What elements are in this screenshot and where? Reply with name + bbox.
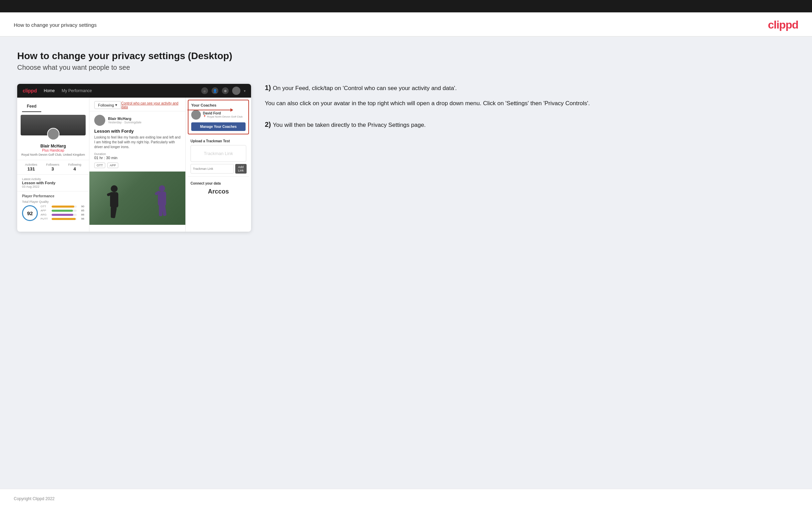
instruction-1-body: On your Feed, click/tap on 'Control who …	[273, 85, 457, 91]
coach-avatar	[191, 110, 201, 120]
top-bar	[0, 0, 812, 12]
site-footer: Copyright Clippd 2022	[0, 489, 812, 507]
quality-label: Total Player Quality	[22, 200, 84, 203]
instruction-1-detail: You can also click on your avatar in the…	[265, 99, 795, 108]
bar-ott: OTT 90	[41, 205, 84, 208]
app-right-panel: Your Coaches David Ford 📍 Royal North De…	[186, 98, 251, 232]
coach-name: David Ford	[203, 111, 242, 115]
post-tags: OTT APP	[94, 163, 181, 168]
following-chevron: ▾	[115, 103, 117, 107]
profile-club: Royal North Devon Golf Club, United King…	[21, 153, 86, 156]
latest-activity-label: Latest Activity	[22, 177, 84, 181]
tag-ott: OTT	[94, 163, 105, 168]
post-description: Looking to feel like my hands are exitin…	[94, 135, 181, 150]
stat-followers-label: Followers	[46, 163, 59, 166]
coach-item: David Ford 📍 Royal North Devon Golf Club	[191, 110, 246, 120]
svg-rect-9	[162, 205, 166, 216]
profile-stats: Activities 131 Followers 3 Following 4	[17, 160, 89, 174]
stat-followers-value: 3	[46, 166, 59, 172]
quality-score: 92	[22, 205, 38, 221]
trackman-add-button[interactable]: Add Link	[235, 164, 247, 174]
profile-info: Blair McHarg Plus Handicap Royal North D…	[17, 142, 89, 158]
stat-following-label: Following	[68, 163, 81, 166]
page-title: How to change your privacy settings	[14, 22, 97, 28]
duration-value: 01 hr : 30 min	[94, 156, 181, 160]
following-label: Following	[98, 103, 114, 107]
instruction-1: 1) On your Feed, click/tap on 'Control w…	[265, 84, 795, 108]
content-row: clippd Home My Performance ⌕ 👤 ⊕ ▾ Feed	[17, 84, 795, 232]
instruction-2: 2) You will then be taken directly to th…	[265, 121, 795, 130]
trackman-input-row: Add Link	[191, 164, 246, 174]
instruction-2-text: 2) You will then be taken directly to th…	[265, 121, 795, 130]
post-author-meta: Yesterday · Sunningdale	[108, 121, 141, 124]
person-icon[interactable]: 👤	[212, 87, 218, 94]
app-nav: clippd Home My Performance ⌕ 👤 ⊕ ▾	[17, 84, 251, 98]
search-icon[interactable]: ⌕	[201, 87, 208, 94]
player-performance: Player Performance Total Player Quality …	[17, 191, 89, 224]
app-nav-right: ⌕ 👤 ⊕ ▾	[201, 87, 246, 95]
coach-club: 📍 Royal North Devon Golf Club	[203, 115, 242, 118]
svg-point-5	[159, 185, 165, 191]
trackman-title: Upload a Trackman Test	[191, 139, 246, 143]
latest-activity: Latest Activity Lesson with Fordy 03 Aug…	[17, 174, 89, 191]
post-user-info: Blair McHarg Yesterday · Sunningdale	[108, 117, 141, 124]
nav-link-performance[interactable]: My Performance	[62, 88, 92, 93]
post-author-name: Blair McHarg	[108, 117, 141, 121]
control-link[interactable]: Control who can see your activity and da…	[121, 101, 181, 109]
bar-arg: ARG 86	[41, 213, 84, 216]
clippd-logo: clippd	[768, 19, 798, 31]
post-user: Blair McHarg Yesterday · Sunningdale	[94, 115, 181, 126]
plus-icon[interactable]: ⊕	[222, 87, 229, 94]
coach-info: David Ford 📍 Royal North Devon Golf Club	[203, 111, 242, 118]
avatar-chevron[interactable]: ▾	[244, 89, 246, 93]
nav-link-home[interactable]: Home	[44, 88, 55, 93]
instruction-1-number: 1)	[265, 84, 273, 91]
site-header: How to change your privacy settings clip…	[0, 12, 812, 37]
connect-panel: Connect your data Arccos	[188, 179, 249, 198]
annotation-line	[187, 110, 233, 110]
app-mockup: clippd Home My Performance ⌕ 👤 ⊕ ▾ Feed	[17, 84, 251, 232]
golfer-silhouette-2	[153, 184, 172, 221]
post-golf-image	[89, 172, 185, 225]
following-button[interactable]: Following ▾	[94, 101, 121, 109]
stat-activities: Activities 131	[25, 163, 37, 172]
article-subtitle: Choose what you want people to see	[17, 64, 795, 71]
profile-name: Blair McHarg	[21, 144, 86, 148]
player-perf-title: Player Performance	[22, 194, 84, 198]
feed-header: Following ▾ Control who can see your act…	[89, 98, 185, 111]
quality-row: 92 OTT 90 APP 85	[22, 205, 84, 221]
tag-app: APP	[107, 163, 118, 168]
article-title: How to change your privacy settings (Des…	[17, 51, 795, 62]
app-body: Feed Blair McHarg Plus Handicap Royal No…	[17, 98, 251, 232]
user-avatar[interactable]	[232, 87, 240, 95]
instruction-2-number: 2)	[265, 121, 273, 128]
stat-activities-value: 131	[25, 166, 37, 172]
location-icon: 📍	[203, 115, 206, 118]
annotation-arrowhead	[230, 108, 233, 112]
instruction-1-text: 1) On your Feed, click/tap on 'Control w…	[265, 84, 795, 93]
duration-label: Duration	[94, 152, 181, 156]
app-sidebar: Feed Blair McHarg Plus Handicap Royal No…	[17, 98, 89, 232]
golfer-silhouette-1	[103, 184, 126, 221]
post-duration: Duration 01 hr : 30 min	[94, 152, 181, 160]
post-title: Lesson with Fordy	[94, 129, 181, 134]
feed-tab[interactable]: Feed	[22, 101, 41, 112]
latest-activity-value: Lesson with Fordy	[22, 181, 84, 185]
profile-handicap: Plus Handicap	[21, 148, 86, 152]
trackman-input[interactable]	[191, 164, 234, 174]
coaches-title: Your Coaches	[191, 103, 246, 107]
profile-banner	[21, 115, 86, 135]
app-feed: Following ▾ Control who can see your act…	[89, 98, 186, 232]
bar-putt: PUTT 96	[41, 217, 84, 220]
manage-coaches-button[interactable]: Manage Your Coaches	[191, 122, 246, 131]
arccos-logo: Arccos	[191, 188, 246, 195]
app-nav-logo: clippd	[23, 88, 37, 93]
latest-activity-date: 03 Aug 2022	[22, 185, 84, 188]
trackman-placeholder: Trackman Link	[191, 145, 246, 162]
stat-following: Following 4	[68, 163, 81, 172]
trackman-panel: Upload a Trackman Test Trackman Link Add…	[188, 136, 249, 177]
svg-rect-8	[159, 205, 162, 216]
bar-app: APP 85	[41, 209, 84, 212]
quality-bars: OTT 90 APP 85 ARG	[41, 205, 84, 221]
stat-followers: Followers 3	[46, 163, 59, 172]
